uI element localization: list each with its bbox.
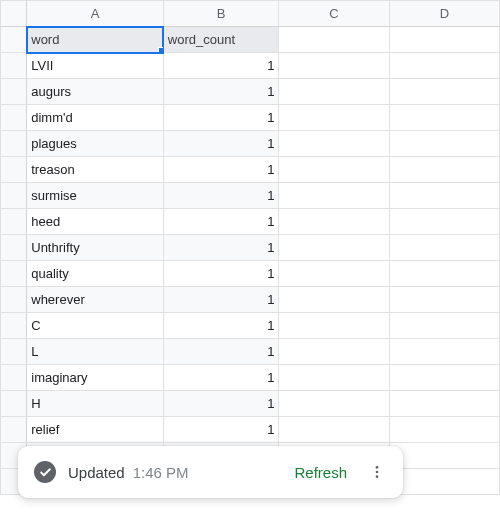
row-header[interactable] bbox=[1, 365, 27, 391]
cell-empty[interactable] bbox=[279, 105, 389, 131]
cell-word[interactable]: dimm'd bbox=[27, 105, 164, 131]
row-header[interactable] bbox=[1, 157, 27, 183]
cell-empty[interactable] bbox=[279, 417, 389, 443]
refresh-button[interactable]: Refresh bbox=[294, 464, 347, 481]
cell-word[interactable]: wherever bbox=[27, 287, 164, 313]
cell-count[interactable]: 1 bbox=[163, 235, 279, 261]
cell-word[interactable]: C bbox=[27, 313, 164, 339]
table-row: C1 bbox=[1, 313, 500, 339]
cell-empty[interactable] bbox=[389, 261, 499, 287]
corner-cell[interactable] bbox=[1, 1, 27, 27]
cell-empty[interactable] bbox=[389, 339, 499, 365]
cell-word[interactable]: surmise bbox=[27, 183, 164, 209]
column-header-row: A B C D bbox=[1, 1, 500, 27]
cell-empty[interactable] bbox=[389, 443, 499, 469]
row-header[interactable] bbox=[1, 235, 27, 261]
column-header-C[interactable]: C bbox=[279, 1, 389, 27]
cell-empty[interactable] bbox=[389, 417, 499, 443]
cell-empty[interactable] bbox=[389, 131, 499, 157]
cell-count[interactable]: 1 bbox=[163, 53, 279, 79]
cell-empty[interactable] bbox=[389, 313, 499, 339]
cell-empty[interactable] bbox=[279, 183, 389, 209]
cell-count[interactable]: 1 bbox=[163, 209, 279, 235]
cell-empty[interactable] bbox=[279, 261, 389, 287]
cell-empty[interactable] bbox=[279, 79, 389, 105]
row-header[interactable] bbox=[1, 105, 27, 131]
cell-word[interactable]: heed bbox=[27, 209, 164, 235]
cell-word[interactable]: quality bbox=[27, 261, 164, 287]
cell-word[interactable]: imaginary bbox=[27, 365, 164, 391]
cell-empty[interactable] bbox=[279, 313, 389, 339]
row-header[interactable] bbox=[1, 131, 27, 157]
svg-point-2 bbox=[376, 475, 379, 478]
table-row: surmise1 bbox=[1, 183, 500, 209]
row-header[interactable] bbox=[1, 209, 27, 235]
cell-D1[interactable] bbox=[389, 27, 499, 53]
cell-count[interactable]: 1 bbox=[163, 79, 279, 105]
cell-word[interactable]: plagues bbox=[27, 131, 164, 157]
cell-empty[interactable] bbox=[279, 365, 389, 391]
row-header[interactable] bbox=[1, 287, 27, 313]
cell-empty[interactable] bbox=[389, 53, 499, 79]
cell-empty[interactable] bbox=[389, 287, 499, 313]
row-header[interactable] bbox=[1, 313, 27, 339]
cell-empty[interactable] bbox=[279, 235, 389, 261]
cell-word[interactable]: LVII bbox=[27, 53, 164, 79]
cell-empty[interactable] bbox=[389, 209, 499, 235]
cell-count[interactable]: 1 bbox=[163, 157, 279, 183]
row-header[interactable] bbox=[1, 417, 27, 443]
cell-empty[interactable] bbox=[389, 365, 499, 391]
table-row: plagues1 bbox=[1, 131, 500, 157]
cell-count[interactable]: 1 bbox=[163, 339, 279, 365]
table-row: heed1 bbox=[1, 209, 500, 235]
cell-word[interactable]: augurs bbox=[27, 79, 164, 105]
row-header[interactable] bbox=[1, 53, 27, 79]
table-row: imaginary1 bbox=[1, 365, 500, 391]
cell-count[interactable]: 1 bbox=[163, 105, 279, 131]
cell-empty[interactable] bbox=[389, 391, 499, 417]
cell-empty[interactable] bbox=[279, 391, 389, 417]
cell-word[interactable]: H bbox=[27, 391, 164, 417]
column-header-D[interactable]: D bbox=[389, 1, 499, 27]
column-header-A[interactable]: A bbox=[27, 1, 164, 27]
cell-empty[interactable] bbox=[279, 53, 389, 79]
row-header[interactable] bbox=[1, 27, 27, 53]
row-header[interactable] bbox=[1, 261, 27, 287]
cell-empty[interactable] bbox=[279, 131, 389, 157]
table-row: treason1 bbox=[1, 157, 500, 183]
cell-empty[interactable] bbox=[389, 235, 499, 261]
cell-empty[interactable] bbox=[279, 339, 389, 365]
cell-empty[interactable] bbox=[389, 183, 499, 209]
table-row: L1 bbox=[1, 339, 500, 365]
table-row: dimm'd1 bbox=[1, 105, 500, 131]
cell-empty[interactable] bbox=[279, 287, 389, 313]
cell-count[interactable]: 1 bbox=[163, 313, 279, 339]
cell-word[interactable]: L bbox=[27, 339, 164, 365]
cell-A1-active[interactable]: word bbox=[27, 27, 164, 53]
cell-C1[interactable] bbox=[279, 27, 389, 53]
row-header[interactable] bbox=[1, 391, 27, 417]
cell-empty[interactable] bbox=[279, 209, 389, 235]
column-header-B[interactable]: B bbox=[163, 1, 279, 27]
cell-empty[interactable] bbox=[279, 157, 389, 183]
cell-count[interactable]: 1 bbox=[163, 417, 279, 443]
cell-count[interactable]: 1 bbox=[163, 287, 279, 313]
cell-word[interactable]: treason bbox=[27, 157, 164, 183]
cell-empty[interactable] bbox=[389, 105, 499, 131]
cell-count[interactable]: 1 bbox=[163, 365, 279, 391]
cell-empty[interactable] bbox=[389, 469, 499, 495]
cell-count[interactable]: 1 bbox=[163, 183, 279, 209]
cell-count[interactable]: 1 bbox=[163, 261, 279, 287]
cell-word[interactable]: relief bbox=[27, 417, 164, 443]
spreadsheet-grid[interactable]: A B C D word word_count LVII1augurs1dimm… bbox=[0, 0, 500, 495]
cell-count[interactable]: 1 bbox=[163, 131, 279, 157]
cell-count[interactable]: 1 bbox=[163, 391, 279, 417]
row-header[interactable] bbox=[1, 183, 27, 209]
more-options-button[interactable] bbox=[361, 456, 393, 488]
cell-B1[interactable]: word_count bbox=[163, 27, 279, 53]
cell-empty[interactable] bbox=[389, 157, 499, 183]
row-header[interactable] bbox=[1, 79, 27, 105]
row-header[interactable] bbox=[1, 339, 27, 365]
cell-word[interactable]: Unthrifty bbox=[27, 235, 164, 261]
cell-empty[interactable] bbox=[389, 79, 499, 105]
